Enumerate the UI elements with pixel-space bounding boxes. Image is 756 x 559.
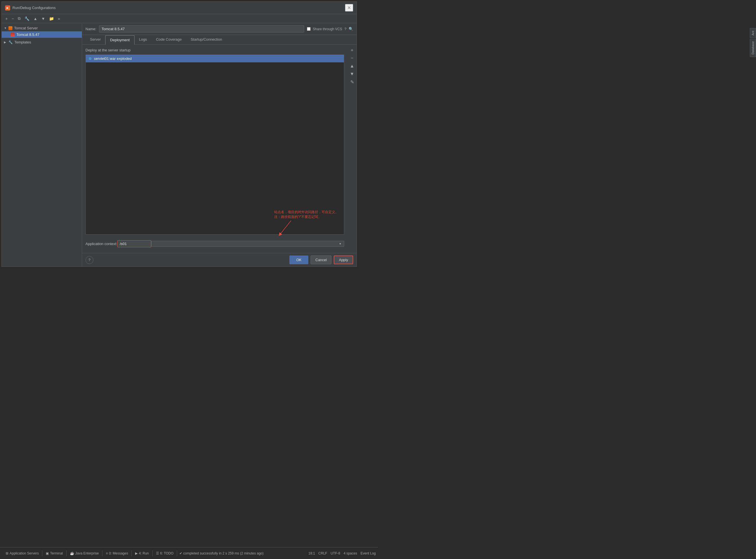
more-button[interactable]: » bbox=[56, 16, 62, 22]
artifacts-list[interactable]: ⚙ servlet01:war exploded bbox=[86, 54, 344, 234]
folder-button[interactable]: 📁 bbox=[48, 16, 55, 22]
artifact-down-button[interactable]: ▼ bbox=[349, 71, 355, 77]
tomcat-server-label: Tomcat Server bbox=[14, 26, 38, 30]
panel-content: Deploy at the server startup ⚙ servlet01… bbox=[82, 45, 357, 253]
dialog-title: Run/Debug Configurations bbox=[13, 6, 55, 10]
tomcat-server-section: ▼ Tomcat Server Tomcat 8.5.47 bbox=[2, 24, 82, 38]
tab-code-coverage[interactable]: Code Coverage bbox=[151, 35, 186, 45]
app-context-label: Application context: bbox=[86, 242, 117, 246]
app-context-input[interactable] bbox=[117, 240, 151, 247]
templates-arrow: ▶ bbox=[4, 41, 7, 44]
help-button[interactable]: ? bbox=[86, 256, 93, 264]
move-down-button[interactable]: ▼ bbox=[40, 16, 47, 22]
templates-label: Templates bbox=[15, 40, 31, 44]
app-context-dropdown[interactable]: ▼ bbox=[151, 241, 344, 247]
tomcat-instance-label: Tomcat 8.5.47 bbox=[16, 32, 40, 37]
deploy-label: Deploy at the server startup bbox=[86, 48, 344, 52]
app-context-row: Application context: ▼ bbox=[86, 240, 344, 247]
sidebar: ▼ Tomcat Server Tomcat 8.5.47 ▶ 🔧 Templa… bbox=[2, 23, 82, 267]
toolbar: + − ⧉ 🔧 ▲ ▼ 📁 » bbox=[2, 14, 357, 23]
artifact-icon: ⚙ bbox=[89, 57, 92, 61]
wrench-icon: 🔧 bbox=[8, 40, 13, 44]
main-content: ▼ Tomcat Server Tomcat 8.5.47 ▶ 🔧 Templa… bbox=[2, 23, 357, 267]
sidebar-item-tomcat-server[interactable]: ▼ Tomcat Server bbox=[2, 25, 82, 31]
tab-server[interactable]: Server bbox=[86, 35, 105, 45]
add-config-button[interactable]: + bbox=[4, 16, 9, 22]
sidebar-item-tomcat-instance[interactable]: Tomcat 8.5.47 bbox=[2, 31, 82, 38]
settings-button[interactable]: 🔧 bbox=[23, 16, 31, 22]
tab-logs[interactable]: Logs bbox=[135, 35, 151, 45]
help-icon[interactable]: ? bbox=[345, 27, 347, 31]
sidebar-item-templates[interactable]: ▶ 🔧 Templates bbox=[2, 39, 82, 45]
name-input[interactable] bbox=[99, 25, 304, 32]
right-panel: Name: Share through VCS ? 🔍 Server Deplo… bbox=[82, 23, 357, 267]
tomcat-server-icon bbox=[8, 26, 13, 30]
name-bar: Name: Share through VCS ? 🔍 bbox=[82, 23, 357, 35]
title-bar: ▶ Run/Debug Configurations ✕ bbox=[2, 2, 357, 14]
side-actions: + − ▲ ▼ ✎ bbox=[348, 45, 357, 253]
tab-startup[interactable]: Startup/Connection bbox=[186, 35, 227, 45]
button-group: OK Cancel Apply bbox=[289, 255, 353, 264]
artifact-name: servlet01:war exploded bbox=[94, 57, 132, 61]
share-checkbox[interactable] bbox=[307, 27, 311, 31]
artifact-up-button[interactable]: ▲ bbox=[349, 63, 355, 69]
apply-button[interactable]: Apply bbox=[334, 255, 353, 264]
app-icon: ▶ bbox=[5, 5, 10, 10]
name-bar-right: Share through VCS ? 🔍 bbox=[307, 27, 353, 31]
dropdown-arrow-icon: ▼ bbox=[339, 242, 341, 245]
tomcat-instance-icon bbox=[11, 33, 15, 37]
move-up-button[interactable]: ▲ bbox=[32, 16, 39, 22]
deployment-area: Deploy at the server startup ⚙ servlet01… bbox=[82, 45, 348, 253]
cancel-button[interactable]: Cancel bbox=[311, 255, 331, 264]
remove-config-button[interactable]: − bbox=[10, 16, 15, 22]
templates-section: ▶ 🔧 Templates bbox=[2, 38, 82, 46]
edit-artifact-button[interactable]: ✎ bbox=[349, 79, 355, 85]
bottom-actions: ? OK Cancel Apply bbox=[82, 253, 357, 267]
remove-artifact-button[interactable]: − bbox=[349, 55, 355, 62]
copy-config-button[interactable]: ⧉ bbox=[16, 15, 22, 22]
share-label: Share through VCS bbox=[313, 27, 342, 31]
artifact-item[interactable]: ⚙ servlet01:war exploded bbox=[86, 55, 344, 62]
tabs-bar: Server Deployment Logs Code Coverage Sta… bbox=[82, 35, 357, 45]
tab-deployment[interactable]: Deployment bbox=[105, 35, 134, 45]
ok-button[interactable]: OK bbox=[289, 255, 308, 264]
close-button[interactable]: ✕ bbox=[345, 4, 353, 12]
tomcat-server-arrow: ▼ bbox=[4, 26, 7, 30]
name-label: Name: bbox=[86, 27, 96, 31]
add-artifact-button[interactable]: + bbox=[349, 47, 355, 54]
search-icon[interactable]: 🔍 bbox=[349, 27, 353, 31]
